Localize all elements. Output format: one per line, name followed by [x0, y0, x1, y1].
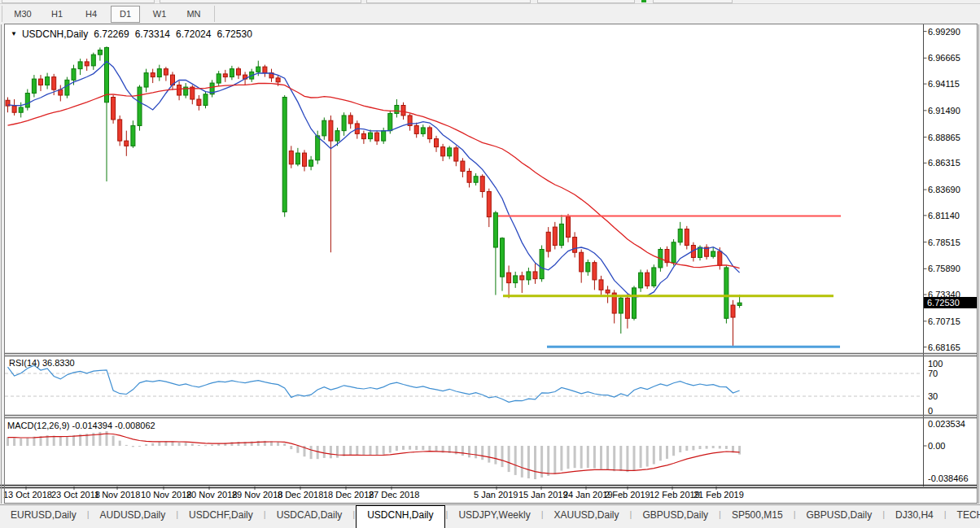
timeframe-button-h1[interactable]: H1 [42, 6, 72, 23]
candle-body [25, 94, 29, 107]
macd-indicator-label: MACD(12,26,9) -0.014394 -0.008062 [7, 421, 155, 430]
candle-body [474, 177, 478, 182]
macd-bar [462, 446, 464, 456]
timeframe-button-mn[interactable]: MN [179, 6, 208, 23]
tab-audusd-daily[interactable]: AUDUSD,Daily [90, 505, 177, 528]
macd-bar [178, 443, 181, 446]
candle-body [217, 74, 221, 83]
candle-body [322, 120, 326, 136]
price-axis-label: 6.99290 [928, 27, 960, 37]
macd-bar [119, 441, 121, 446]
tab-tech100[interactable]: TECH100, [947, 505, 980, 528]
candle-body [282, 98, 287, 212]
timeframe-button-d1[interactable]: D1 [111, 6, 140, 23]
ohlc-high: 6.73314 [135, 28, 170, 40]
macd-bar [383, 446, 385, 455]
macd-bar [719, 446, 721, 448]
candle-body [98, 50, 102, 55]
candle-body [46, 77, 50, 85]
candle-body [388, 113, 392, 130]
timeframe-button-m30[interactable]: M30 [8, 6, 37, 23]
tab-eurusd-daily[interactable]: EURUSD,Daily [0, 505, 87, 528]
macd-bar [514, 446, 517, 475]
candle-body [507, 273, 511, 282]
macd-bar [619, 446, 622, 471]
metatrader-window: M30H1H4D1W1MN 6.992906.966656.941156.914… [0, 0, 980, 528]
candle-body [480, 177, 484, 192]
candle-body [540, 250, 544, 279]
tab-usdchf-daily[interactable]: USDCHF,Daily [178, 505, 264, 528]
ohlc-low: 6.72024 [176, 28, 211, 40]
tab-usdcnh-daily[interactable]: USDCNH,Daily [356, 505, 444, 528]
candle-body [12, 106, 16, 112]
symbol-dropdown-icon[interactable]: ▼ [11, 30, 17, 37]
toolbar-fragment [2, 0, 155, 3]
candle-body [125, 141, 129, 146]
candle-body [19, 107, 23, 112]
tab-dj30-h4[interactable]: DJ30,H4 [885, 505, 944, 528]
timeframe-button-h4[interactable]: H4 [77, 6, 106, 23]
date-axis-label: 2 Feb 2019 [605, 490, 650, 500]
macd-bar [290, 446, 292, 449]
candle-body [303, 153, 307, 166]
macd-bar [606, 446, 609, 469]
macd-bar [26, 438, 28, 446]
macd-bar [112, 435, 115, 446]
macd-bar [172, 442, 174, 446]
candle-body [599, 280, 603, 290]
date-axis-label: 10 Nov 2018 [141, 490, 191, 500]
candle-body [724, 268, 728, 318]
macd-bar [587, 446, 589, 468]
candle-body [256, 67, 260, 72]
candle-body [138, 87, 142, 125]
macd-bar [125, 445, 128, 446]
macd-bar [283, 443, 286, 446]
chart-canvas[interactable]: 6.992906.966656.941156.914906.888656.863… [0, 24, 980, 504]
macd-bar [508, 446, 510, 472]
tab-gbpusd-daily[interactable]: GBPUSD,Daily [632, 505, 719, 528]
candle-body [335, 131, 339, 141]
macd-bar [679, 446, 681, 452]
chart-symbol-label: USDCNH,Daily [22, 28, 88, 40]
macd-bar [151, 443, 154, 446]
tab-xauusd-daily[interactable]: XAUUSD,Daily [544, 505, 630, 528]
macd-bar [310, 446, 313, 459]
candle-body [32, 79, 36, 93]
rsi-axis-label: 0 [928, 406, 933, 416]
macd-bar [435, 446, 438, 452]
price-axis-label: 6.78515 [928, 238, 960, 247]
macd-bar [738, 446, 741, 455]
macd-bar [132, 446, 134, 447]
candle-body [737, 303, 742, 305]
price-axis-label: 6.88865 [928, 133, 960, 142]
date-axis-label: 12 Feb 2019 [650, 490, 700, 500]
macd-bar [317, 446, 319, 459]
candle-body [342, 116, 346, 131]
price-axis-label: 6.83690 [928, 185, 960, 194]
candle-body [435, 139, 439, 147]
candle-body [645, 273, 650, 286]
candle-body [454, 148, 458, 161]
macd-bar [296, 446, 299, 453]
price-axis-label: 6.96665 [928, 53, 960, 63]
macd-bar [521, 446, 523, 478]
macd-bar [593, 446, 596, 469]
tab-usdjpy-weekly[interactable]: USDJPY,Weekly [448, 505, 540, 528]
tab-usdcad-daily[interactable]: USDCAD,Daily [266, 505, 353, 528]
tab-sp500-m15[interactable]: SP500,M15 [721, 505, 794, 528]
candle-body [131, 125, 135, 146]
candle-body [652, 268, 656, 286]
date-axis-label: 8 Dec 2018 [278, 490, 323, 500]
tab-gbpusd-daily[interactable]: GBPUSD,Daily [796, 505, 883, 528]
rsi-axis-label: 30 [928, 391, 938, 401]
candle-body [91, 55, 95, 66]
macd-bar [580, 446, 583, 469]
macd-bar [712, 446, 715, 448]
macd-bar [158, 442, 160, 446]
macd-bar [666, 446, 668, 459]
date-axis-label: 1 Nov 2018 [94, 490, 140, 500]
timeframe-button-w1[interactable]: W1 [145, 6, 174, 23]
macd-bar [204, 445, 207, 446]
macd-bar [138, 446, 141, 447]
date-axis-label: 15 Jan 2019 [518, 490, 568, 500]
